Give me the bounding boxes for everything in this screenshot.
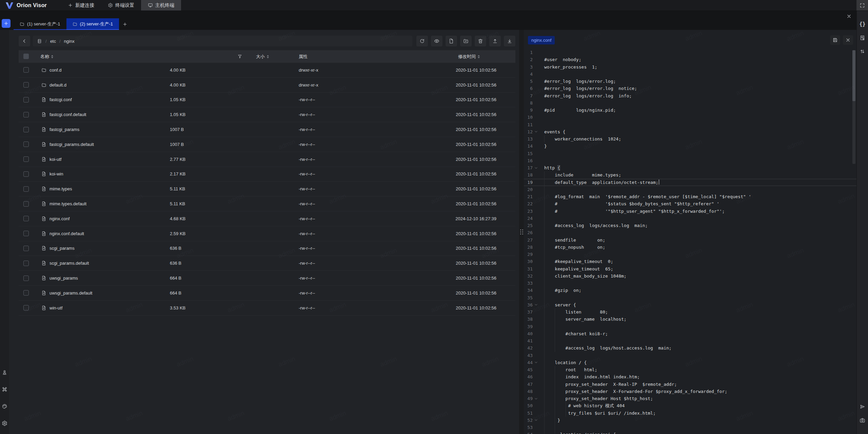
code-line[interactable]: 30 #keepalive_timeout 0; (524, 258, 856, 265)
code-line[interactable]: 34 #gzip on; (524, 287, 856, 294)
code-line[interactable]: 22 # '$status $body_bytes_sent "$http_re… (524, 200, 856, 207)
code-line[interactable]: 26 (524, 229, 856, 236)
delete-button[interactable] (475, 36, 486, 46)
menu-item-terminal-settings[interactable]: 终端设置 (101, 0, 141, 11)
row-checkbox[interactable] (23, 127, 29, 132)
fold-chevron-down-icon[interactable] (533, 128, 539, 135)
code-line[interactable]: 10 (524, 114, 856, 121)
panel-resize-handle[interactable] (519, 30, 524, 434)
row-checkbox[interactable] (23, 246, 29, 251)
terminal-tab-1[interactable]: (1) server-生产-1 (14, 18, 66, 30)
file-row[interactable]: uwsgi_params.default664 B-rw-r--r--2020-… (19, 286, 515, 301)
code-line[interactable]: 36 server { (524, 301, 856, 308)
code-line[interactable]: 33 (524, 280, 856, 287)
column-header-mtime[interactable]: 修改时间 (458, 50, 480, 63)
code-line[interactable]: 2#user nobody; (524, 56, 856, 63)
new-file-button[interactable] (446, 36, 457, 46)
breadcrumb-segment[interactable]: nginx (64, 39, 75, 44)
row-checkbox[interactable] (23, 186, 29, 192)
fold-chevron-down-icon[interactable] (533, 359, 539, 366)
select-all-checkbox[interactable] (23, 54, 29, 59)
code-line[interactable]: 19 default_type application/octet-stream… (524, 179, 856, 186)
code-line[interactable]: 39 (524, 323, 856, 330)
storage-root-icon[interactable] (37, 39, 42, 44)
file-row[interactable]: conf.d4.00 KBdrwxr-xr-x2020-11-01 10:02:… (19, 63, 515, 78)
file-row[interactable]: mime.types.default5.11 KB-rw-r--r--2020-… (19, 196, 515, 211)
row-checkbox[interactable] (23, 290, 29, 296)
fold-chevron-down-icon[interactable] (533, 417, 539, 424)
file-row[interactable]: scgi_params636 B-rw-r--r--2020-11-01 10:… (19, 241, 515, 256)
code-line[interactable]: 16 (524, 157, 856, 164)
code-line[interactable]: 44 location / { (524, 359, 856, 366)
row-checkbox[interactable] (23, 141, 29, 147)
row-checkbox[interactable] (23, 82, 29, 88)
menu-item-new-connection[interactable]: 新建连接 (61, 0, 101, 11)
file-row[interactable]: fastcgi.conf.default1.05 KB-rw-r--r--202… (19, 107, 515, 122)
fold-chevron-down-icon[interactable] (533, 301, 539, 308)
fold-chevron-down-icon[interactable] (533, 431, 539, 434)
code-editor[interactable]: 12#user nobody;3worker_processes 1;45#er… (524, 47, 856, 434)
editor-file-tab[interactable]: nginx.conf (528, 36, 555, 44)
close-editor-button[interactable] (843, 35, 853, 45)
row-checkbox[interactable] (23, 216, 29, 221)
file-row[interactable]: uwsgi_params664 B-rw-r--r--2020-11-01 10… (19, 271, 515, 286)
column-header-size[interactable]: 大小 (256, 50, 269, 63)
code-line[interactable]: 54 location /orion/api { (524, 431, 856, 434)
column-header-name[interactable]: 名称 (40, 50, 53, 63)
row-checkbox[interactable] (23, 305, 29, 310)
row-checkbox[interactable] (23, 67, 29, 73)
code-line[interactable]: 45 root html; (524, 366, 856, 373)
code-line[interactable]: 35 (524, 294, 856, 301)
row-checkbox[interactable] (23, 171, 29, 177)
code-line[interactable]: 4 (524, 71, 856, 78)
code-line[interactable]: 14} (524, 143, 856, 150)
row-checkbox[interactable] (23, 276, 29, 281)
code-line[interactable]: 15 (524, 150, 856, 157)
row-checkbox[interactable] (23, 261, 29, 266)
add-tab-button[interactable] (119, 18, 131, 30)
menu-item-host-terminal[interactable]: 主机终端 (141, 0, 181, 11)
code-line[interactable]: 13 worker_connections 1024; (524, 135, 856, 143)
code-line[interactable]: 3worker_processes 1; (524, 63, 856, 71)
code-line[interactable]: 37 listen 80; (524, 308, 856, 316)
file-row[interactable]: fastcgi.conf1.05 KB-rw-r--r--2020-11-01 … (19, 93, 515, 108)
editor-scrollbar-thumb[interactable] (852, 50, 855, 101)
breadcrumb[interactable]: /etc/nginx (33, 36, 412, 46)
code-line[interactable]: 52 } (524, 417, 856, 424)
user-button[interactable] (1, 368, 9, 376)
sort-size[interactable] (267, 55, 269, 58)
send-command-button[interactable] (858, 402, 867, 411)
fold-chevron-down-icon[interactable] (533, 395, 539, 402)
code-line[interactable]: 21 #log_format main '$remote_addr - $rem… (524, 193, 856, 200)
file-row[interactable]: default.d4.00 KBdrwxr-xr-x2020-11-01 10:… (19, 78, 515, 93)
row-checkbox[interactable] (23, 231, 29, 236)
row-checkbox[interactable] (23, 112, 29, 117)
fold-chevron-down-icon[interactable] (533, 164, 539, 171)
code-line[interactable]: 27 sendfile on; (524, 237, 856, 244)
code-line[interactable]: 28 #tcp_nopush on; (524, 244, 856, 251)
code-line[interactable]: 6#error_log logs/error.log notice; (524, 85, 856, 92)
transfer-button[interactable] (858, 47, 867, 56)
code-line[interactable]: 31 keepalive_timeout 65; (524, 265, 856, 272)
upload-button[interactable] (489, 36, 501, 46)
settings-button[interactable] (1, 419, 9, 427)
terminal-tab-2[interactable]: (2) server-生产-1 (66, 18, 119, 30)
code-line[interactable]: 5#error_log logs/error.log; (524, 78, 856, 85)
code-line[interactable]: 12events { (524, 128, 856, 135)
filter-button[interactable] (237, 50, 242, 63)
code-line[interactable]: 40 #charset koi8-r; (524, 330, 856, 337)
back-button[interactable] (19, 36, 30, 46)
file-row[interactable]: scgi_params.default636 B-rw-r--r--2020-1… (19, 256, 515, 271)
code-line[interactable]: 18 include mime.types; (524, 171, 856, 178)
code-line[interactable]: 47 proxy_set_header X-Real-IP $remote_ad… (524, 381, 856, 388)
theme-button[interactable] (1, 402, 9, 410)
code-line[interactable]: 1 (524, 49, 856, 56)
file-row[interactable]: nginx.conf4.68 KB-rw-r--r--2024-12-10 16… (19, 211, 515, 226)
refresh-button[interactable] (416, 36, 428, 46)
shortcuts-button[interactable] (1, 385, 9, 393)
code-line[interactable]: 29 (524, 251, 856, 258)
code-line[interactable]: 38 server_name localhost; (524, 316, 856, 323)
code-line[interactable]: 8 (524, 99, 856, 107)
file-row[interactable]: win-utf3.53 KB-rw-r--r--2020-11-01 10:02… (19, 301, 515, 316)
new-folder-button[interactable] (460, 36, 472, 46)
